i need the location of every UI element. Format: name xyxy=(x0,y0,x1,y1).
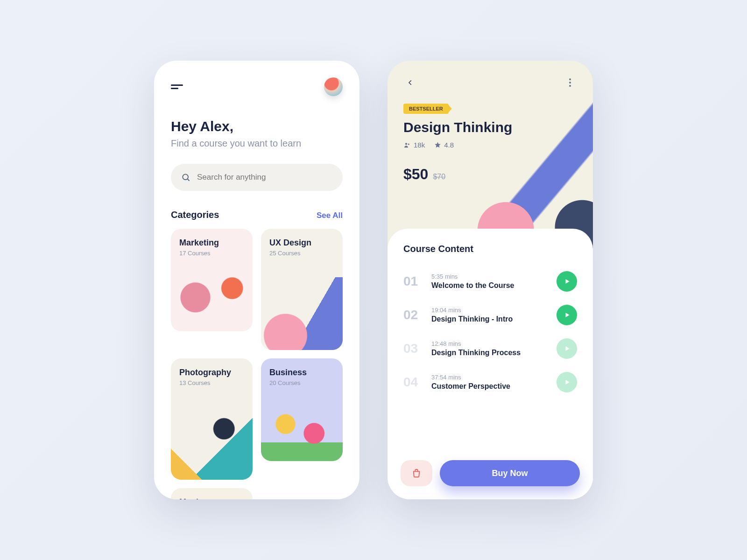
play-icon xyxy=(564,345,571,352)
content-heading: Course Content xyxy=(403,244,577,254)
category-card-ux-design[interactable]: UX Design 25 Courses xyxy=(261,229,343,350)
search-field[interactable] xyxy=(171,164,343,191)
search-icon xyxy=(181,173,190,182)
old-price: $70 xyxy=(433,173,445,181)
lesson-number: 04 xyxy=(403,375,423,390)
course-content-sheet: Course Content 01 5:35 mins Welcome to t… xyxy=(388,229,593,499)
category-card-marketing[interactable]: Marketing 17 Courses xyxy=(171,229,253,331)
play-icon xyxy=(564,312,571,318)
card-illustration xyxy=(261,277,343,350)
lesson-duration: 12:48 mins xyxy=(431,340,548,347)
avatar[interactable] xyxy=(324,77,343,96)
lesson-title: Welcome to the Course xyxy=(431,281,548,290)
card-title: Marketing xyxy=(179,238,244,248)
subtitle: Find a course you want to learn xyxy=(154,138,359,149)
buy-now-button[interactable]: Buy Now xyxy=(440,460,580,486)
card-count: 25 Courses xyxy=(269,250,334,257)
lesson-row[interactable]: 02 19:04 mins Design Thinking - Intro xyxy=(403,298,577,332)
bag-icon xyxy=(411,468,422,478)
categories-grid: Marketing 17 Courses UX Design 25 Course… xyxy=(154,229,359,499)
menu-icon[interactable] xyxy=(171,84,183,89)
people-icon xyxy=(403,141,411,149)
play-button[interactable] xyxy=(557,338,577,359)
card-illustration xyxy=(261,399,343,461)
cart-button[interactable] xyxy=(401,460,432,486)
lesson-duration: 5:35 mins xyxy=(431,273,548,280)
card-title: Business xyxy=(269,368,334,378)
category-card-business[interactable]: Business 20 Courses xyxy=(261,358,343,461)
card-illustration xyxy=(171,270,253,331)
card-count: 20 Courses xyxy=(269,379,334,386)
students-count: 18k xyxy=(414,141,425,149)
lesson-title: Customer Perspective xyxy=(431,382,548,391)
lesson-row[interactable]: 04 37:54 mins Customer Perspective xyxy=(403,365,577,399)
see-all-link[interactable]: See All xyxy=(317,211,343,220)
lesson-number: 01 xyxy=(403,274,423,289)
card-count: 13 Courses xyxy=(179,379,244,386)
svg-point-0 xyxy=(183,174,188,180)
lesson-row[interactable]: 03 12:48 mins Design Thinking Process xyxy=(403,332,577,365)
category-card-photography[interactable]: Photography 13 Courses xyxy=(171,358,253,480)
svg-line-1 xyxy=(188,179,190,181)
hero-illustration xyxy=(474,99,593,248)
back-icon[interactable] xyxy=(403,76,417,90)
svg-point-3 xyxy=(408,143,409,145)
lesson-title: Design Thinking - Intro xyxy=(431,315,548,323)
bestseller-badge: BESTSELLER xyxy=(403,104,449,114)
more-icon[interactable] xyxy=(563,76,577,90)
card-title: Music xyxy=(179,497,244,499)
home-screen: Hey Alex, Find a course you want to lear… xyxy=(154,61,359,499)
course-detail-screen: BESTSELLER Design Thinking 18k 4.8 $50 $… xyxy=(388,61,593,499)
star-icon xyxy=(434,141,441,148)
card-count: 17 Courses xyxy=(179,250,244,257)
course-hero: BESTSELLER Design Thinking 18k 4.8 $50 $… xyxy=(388,90,593,244)
svg-point-2 xyxy=(405,143,407,145)
play-button[interactable] xyxy=(557,372,577,392)
play-icon xyxy=(564,379,571,385)
lesson-number: 02 xyxy=(403,308,423,322)
search-input[interactable] xyxy=(197,173,332,182)
lesson-number: 03 xyxy=(403,341,423,356)
lesson-duration: 19:04 mins xyxy=(431,307,548,314)
rating-value: 4.8 xyxy=(444,141,454,149)
card-illustration xyxy=(171,407,253,480)
play-icon xyxy=(564,278,571,285)
price: $50 xyxy=(403,166,428,183)
card-title: Photography xyxy=(179,368,244,378)
greeting: Hey Alex, xyxy=(154,96,359,138)
categories-heading: Categories xyxy=(171,210,219,220)
card-title: UX Design xyxy=(269,238,334,248)
play-button[interactable] xyxy=(557,305,577,325)
category-card-music[interactable]: Music xyxy=(171,488,253,499)
play-button[interactable] xyxy=(557,271,577,292)
lesson-title: Design Thinking Process xyxy=(431,349,548,357)
bottom-bar: Buy Now xyxy=(388,451,593,499)
lesson-row[interactable]: 01 5:35 mins Welcome to the Course xyxy=(403,265,577,298)
lesson-duration: 37:54 mins xyxy=(431,374,548,381)
